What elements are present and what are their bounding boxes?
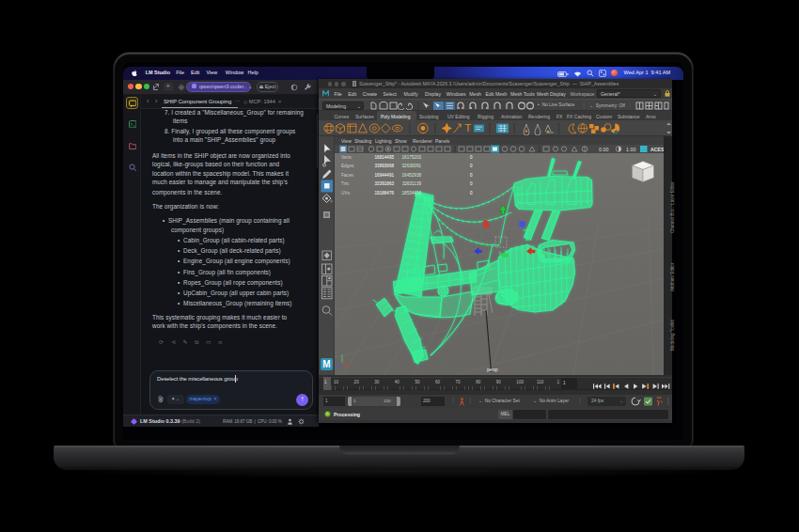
svg-text:M: M bbox=[322, 359, 330, 369]
svg-text:1.00: 1.00 bbox=[626, 147, 636, 152]
svg-text:T: T bbox=[465, 122, 472, 133]
svg-text:ACES: ACES bbox=[650, 147, 664, 152]
svg-text:persp: persp bbox=[487, 368, 498, 372]
svg-text:0.00: 0.00 bbox=[599, 147, 609, 152]
